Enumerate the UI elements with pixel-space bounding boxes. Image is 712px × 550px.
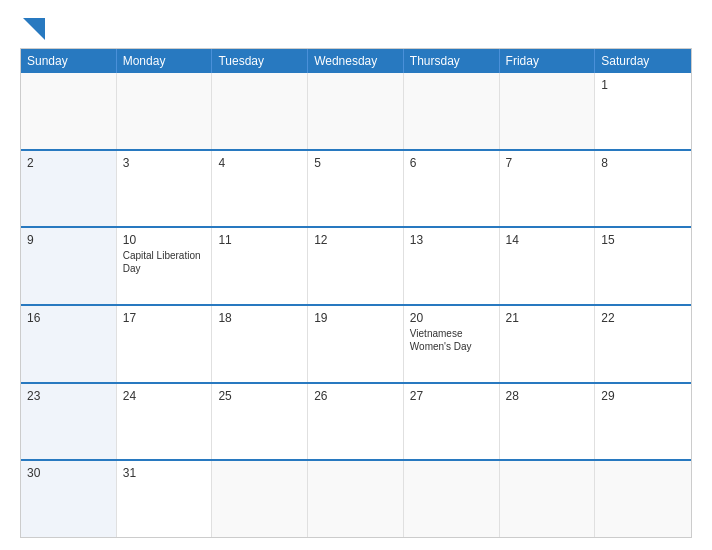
cal-cell: 5 (308, 151, 404, 227)
cal-cell: 25 (212, 384, 308, 460)
cal-cell (500, 461, 596, 537)
day-number: 12 (314, 233, 397, 247)
header-day-saturday: Saturday (595, 49, 691, 73)
cal-cell: 15 (595, 228, 691, 304)
cal-cell: 31 (117, 461, 213, 537)
logo (20, 16, 45, 40)
day-number: 16 (27, 311, 110, 325)
day-number: 30 (27, 466, 110, 480)
cal-cell: 4 (212, 151, 308, 227)
day-number: 22 (601, 311, 685, 325)
event-label: Capital Liberation Day (123, 249, 206, 275)
header (20, 16, 692, 40)
day-number: 26 (314, 389, 397, 403)
day-number: 29 (601, 389, 685, 403)
cal-cell (500, 73, 596, 149)
cal-cell: 11 (212, 228, 308, 304)
cal-cell: 18 (212, 306, 308, 382)
cal-cell: 13 (404, 228, 500, 304)
day-number: 5 (314, 156, 397, 170)
day-number: 25 (218, 389, 301, 403)
cal-cell (404, 73, 500, 149)
cal-cell (21, 73, 117, 149)
calendar-grid: SundayMondayTuesdayWednesdayThursdayFrid… (20, 48, 692, 538)
day-number: 20 (410, 311, 493, 325)
cal-cell (308, 73, 404, 149)
header-day-wednesday: Wednesday (308, 49, 404, 73)
cal-cell (595, 461, 691, 537)
week-row-5: 23242526272829 (21, 382, 691, 460)
cal-cell: 8 (595, 151, 691, 227)
cal-cell: 10Capital Liberation Day (117, 228, 213, 304)
cal-cell (212, 73, 308, 149)
day-number: 27 (410, 389, 493, 403)
cal-cell: 16 (21, 306, 117, 382)
cal-cell: 23 (21, 384, 117, 460)
cal-cell: 27 (404, 384, 500, 460)
event-label: Vietnamese Women's Day (410, 327, 493, 353)
cal-cell (404, 461, 500, 537)
day-number: 13 (410, 233, 493, 247)
week-row-2: 2345678 (21, 149, 691, 227)
day-number: 9 (27, 233, 110, 247)
cal-cell (117, 73, 213, 149)
cal-cell: 14 (500, 228, 596, 304)
cal-cell: 24 (117, 384, 213, 460)
header-day-thursday: Thursday (404, 49, 500, 73)
day-number: 3 (123, 156, 206, 170)
cal-cell: 9 (21, 228, 117, 304)
day-number: 10 (123, 233, 206, 247)
week-row-3: 910Capital Liberation Day1112131415 (21, 226, 691, 304)
calendar-body: 12345678910Capital Liberation Day1112131… (21, 73, 691, 537)
day-number: 8 (601, 156, 685, 170)
day-number: 24 (123, 389, 206, 403)
logo-icon (23, 18, 45, 40)
week-row-4: 1617181920Vietnamese Women's Day2122 (21, 304, 691, 382)
svg-marker-0 (23, 18, 45, 40)
cal-cell: 6 (404, 151, 500, 227)
day-number: 11 (218, 233, 301, 247)
cal-cell: 1 (595, 73, 691, 149)
cal-cell: 26 (308, 384, 404, 460)
day-number: 15 (601, 233, 685, 247)
day-number: 21 (506, 311, 589, 325)
cal-cell: 12 (308, 228, 404, 304)
calendar-page: SundayMondayTuesdayWednesdayThursdayFrid… (0, 0, 712, 550)
day-number: 14 (506, 233, 589, 247)
week-row-6: 3031 (21, 459, 691, 537)
week-row-1: 1 (21, 73, 691, 149)
cal-cell: 3 (117, 151, 213, 227)
cal-cell: 29 (595, 384, 691, 460)
cal-cell (308, 461, 404, 537)
cal-cell: 20Vietnamese Women's Day (404, 306, 500, 382)
cal-cell: 2 (21, 151, 117, 227)
cal-cell: 28 (500, 384, 596, 460)
cal-cell: 22 (595, 306, 691, 382)
day-number: 6 (410, 156, 493, 170)
day-number: 19 (314, 311, 397, 325)
cal-cell: 30 (21, 461, 117, 537)
day-number: 2 (27, 156, 110, 170)
calendar-header-row: SundayMondayTuesdayWednesdayThursdayFrid… (21, 49, 691, 73)
day-number: 18 (218, 311, 301, 325)
cal-cell (212, 461, 308, 537)
day-number: 17 (123, 311, 206, 325)
day-number: 1 (601, 78, 685, 92)
day-number: 7 (506, 156, 589, 170)
header-day-tuesday: Tuesday (212, 49, 308, 73)
day-number: 4 (218, 156, 301, 170)
day-number: 28 (506, 389, 589, 403)
cal-cell: 19 (308, 306, 404, 382)
header-day-monday: Monday (117, 49, 213, 73)
day-number: 31 (123, 466, 206, 480)
cal-cell: 21 (500, 306, 596, 382)
cal-cell: 17 (117, 306, 213, 382)
day-number: 23 (27, 389, 110, 403)
header-day-friday: Friday (500, 49, 596, 73)
cal-cell: 7 (500, 151, 596, 227)
header-day-sunday: Sunday (21, 49, 117, 73)
